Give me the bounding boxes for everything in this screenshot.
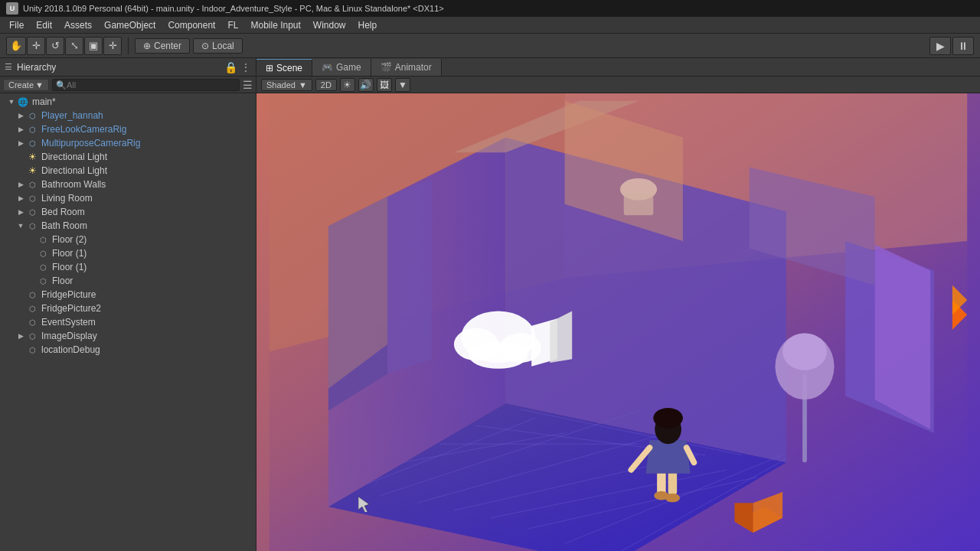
scene-effects-icon: 🖼 [380,80,389,90]
tree-icon-bath-room: ⬡ [26,220,38,232]
scene-tab-label: Scene [276,63,302,73]
animator-tab-label: Animator [395,62,432,73]
tree-item-floor[interactable]: ⬡ Floor [0,274,256,288]
tree-item-bath-room[interactable]: ▼ ⬡ Bath Room [0,219,256,233]
tree-label-floor-1b: Floor (1) [52,262,256,272]
tree-item-fridge-picture2[interactable]: ⬡ FridgePicture2 [0,302,256,315]
menu-window[interactable]: Window [307,18,352,32]
menu-mobile-input[interactable]: Mobile Input [244,18,306,32]
scene-audio-button[interactable]: 🔊 [358,78,374,92]
create-label: Create [8,80,34,90]
tree-icon-fridge-picture2: ⬡ [26,302,38,315]
shading-dropdown-icon: ▼ [299,80,307,90]
tree-arrow-freelook-camera-rig: ▶ [15,126,26,133]
tree-item-floor-1a[interactable]: ⬡ Floor (1) [0,246,256,260]
tree-arrow-bath-room: ▼ [15,222,26,230]
tree-icon-player-hannah: ⬡ [26,109,38,122]
rotate-tool[interactable]: ↺ [46,37,64,55]
play-button[interactable]: ▶ [929,37,951,55]
tree-item-directional-light-2[interactable]: ☀ Directional Light [0,164,256,178]
tree-arrow-multipurpose-camera-rig: ▶ [15,139,26,147]
menu-gameobject[interactable]: GameObject [98,18,162,32]
tree-arrow-root: ▼ [6,98,17,106]
tree-icon-image-display: ⬡ [26,330,38,342]
tree-item-location-debug[interactable]: ⬡ locationDebug [0,343,256,357]
tree-item-multipurpose-camera-rig[interactable]: ▶ ⬡ MultipurposeCameraRig [0,136,256,150]
tree-label-fridge-picture2: FridgePicture2 [41,303,256,314]
window-title: Unity 2018.1.0b9 Personal (64bit) - main… [23,4,444,13]
tree-item-freelook-camera-rig[interactable]: ▶ ⬡ FreeLookCameraRig [0,122,256,136]
menu-help[interactable]: Help [352,18,384,32]
scene-sun-button[interactable]: ☀ [340,78,355,92]
tree-item-fridge-picture[interactable]: ⬡ FridgePicture [0,288,256,302]
svg-point-33 [653,408,683,429]
svg-rect-30 [668,470,678,496]
tree-item-floor-1b[interactable]: ⬡ Floor (1) [0,260,256,274]
menu-fl[interactable]: FL [221,18,244,32]
tree-item-living-room[interactable]: ▶ ⬡ Living Room [0,191,256,205]
tree-label-freelook-camera-rig: FreeLookCameraRig [41,124,256,135]
mode-2d-button[interactable]: 2D [315,79,337,91]
tab-scene[interactable]: ⊞ Scene [256,59,312,76]
tree-label-root: main* [32,96,256,107]
tree-item-directional-light-1[interactable]: ☀ Directional Light [0,150,256,164]
move-tool[interactable]: ✛ [27,37,45,55]
tree-label-event-system: EventSystem [41,317,256,328]
pause-button[interactable]: ⏸ [952,37,974,55]
tree-label-living-room: Living Room [41,193,256,204]
hierarchy-lock-button[interactable]: 🔒 [224,61,237,73]
multi-tool[interactable]: ✛ [103,37,122,55]
scale-tool[interactable]: ⤡ [65,37,83,55]
hierarchy-panel: ☰ Hierarchy 🔒 ⋮ Create ▼ ☰ ▼ 🌐 main* [0,58,256,551]
pivot-local-icon: ⊙ [201,41,209,51]
rect-tool[interactable]: ▣ [84,37,103,55]
tree-arrow-living-room: ▶ [15,194,26,202]
hierarchy-panel-controls: 🔒 ⋮ [224,61,251,73]
tree-item-floor-2[interactable]: ⬡ Floor (2) [0,233,256,246]
scene-tab-icon: ⊞ [266,63,273,73]
svg-point-25 [782,333,827,370]
scene-effects-button[interactable]: 🖼 [377,78,392,92]
svg-marker-31 [646,440,691,473]
menu-assets[interactable]: Assets [58,18,98,32]
pivot-local-label: Local [212,41,234,51]
tree-item-bathroom-walls[interactable]: ▶ ⬡ Bathroom Walls [0,178,256,191]
create-dropdown-icon: ▼ [35,80,44,90]
menu-edit[interactable]: Edit [30,18,58,32]
tree-icon-multipurpose-camera-rig: ⬡ [26,137,38,149]
scene-more-button[interactable]: ▼ [395,78,410,92]
svg-marker-51 [358,497,369,512]
view-tabs: ⊞ Scene 🎮 Game 🎬 Animator [256,58,980,77]
hierarchy-search-input[interactable] [52,79,240,91]
scene-canvas[interactable] [256,93,980,551]
tree-icon-fridge-picture: ⬡ [26,289,38,301]
tree-label-bath-room: Bath Room [41,220,256,231]
tree-item-event-system[interactable]: ⬡ EventSystem [0,315,256,329]
tree-icon-freelook-camera-rig: ⬡ [26,123,38,135]
tree-item-root[interactable]: ▼ 🌐 main* [0,95,256,109]
pivot-local-button[interactable]: ⊙ Local [193,38,243,54]
tree-label-bed-room: Bed Room [41,207,256,217]
scene-audio-icon: 🔊 [360,80,371,90]
hand-tool[interactable]: ✋ [6,37,26,55]
hierarchy-menu-button[interactable]: ⋮ [240,61,251,73]
tree-item-bed-room[interactable]: ▶ ⬡ Bed Room [0,205,256,219]
tree-item-image-display[interactable]: ▶ ⬡ ImageDisplay [0,329,256,343]
svg-marker-22 [875,245,930,429]
menu-file[interactable]: File [3,18,30,32]
tree-item-player-hannah[interactable]: ▶ ⬡ Player_hannah [0,109,256,122]
toolbar: ✋ ✛ ↺ ⤡ ▣ ✛ ⊕ Center ⊙ Local ▶ ⏸ [0,34,980,58]
create-button[interactable]: Create ▼ [3,79,49,91]
tree-label-location-debug: locationDebug [41,344,256,355]
tree-arrow-bed-room: ▶ [15,208,26,216]
animator-tab-icon: 🎬 [381,62,392,73]
cursor-indicator [358,497,369,514]
menu-component[interactable]: Component [162,18,221,32]
tab-animator[interactable]: 🎬 Animator [371,59,442,76]
tab-game[interactable]: 🎮 Game [312,59,371,76]
pivot-center-button[interactable]: ⊕ Center [135,38,190,54]
shading-dropdown[interactable]: Shaded ▼ [261,79,312,91]
scene-sun-icon: ☀ [343,80,351,90]
scene-view-svg [256,93,980,551]
tree-label-floor-1a: Floor (1) [52,248,256,259]
